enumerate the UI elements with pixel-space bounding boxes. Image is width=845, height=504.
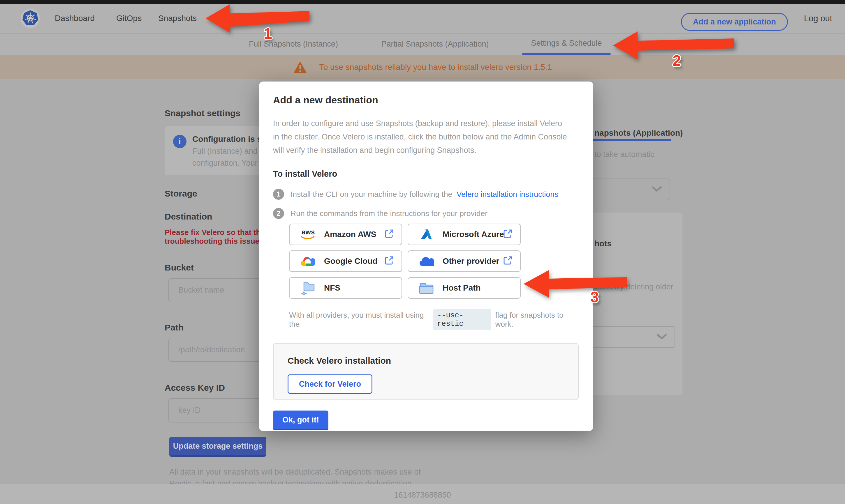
step-2-text: Run the commands from the instructions f… [291,208,488,219]
top-navbar: Dashboard GitOps Snapshots Add a new app… [0,4,845,34]
provider-google-cloud[interactable]: Google Cloud [289,250,402,272]
kubernetes-logo [20,8,40,28]
page-title: Snapshot settings [165,108,241,118]
folder-icon [417,282,436,294]
window-top-strip [0,0,845,4]
install-velero-heading: To install Velero [273,169,579,179]
info-icon: i [173,135,187,148]
step-2-badge: 2 [273,208,284,219]
snapshots-tabbar: Full Snapshots (Instance) Partial Snapsh… [0,34,845,55]
chevron-down-icon [651,185,663,194]
path-label: Path [165,323,183,332]
app-window: Dashboard GitOps Snapshots Add a new app… [0,0,845,504]
provider-label: NFS [324,283,340,293]
check-velero-title: Check Velero installation [287,356,564,366]
restic-note: With all providers, you must install usi… [289,309,579,330]
add-application-button[interactable]: Add a new application [681,13,788,31]
provider-grid: aws Amazon AWS [289,223,579,299]
provider-label: Amazon AWS [324,230,376,239]
provider-amazon-aws[interactable]: aws Amazon AWS [289,223,402,245]
select-divider [651,330,651,344]
modal-title: Add a new destination [273,94,579,106]
select-divider [646,183,646,196]
tab-partial-snapshots[interactable]: Partial Snapshots (Application) [372,34,497,55]
provider-nfs[interactable]: NFS [289,277,402,299]
provider-label: Host Path [443,283,481,293]
nav-item-gitops[interactable]: GitOps [116,4,142,33]
storage-heading: Storage [165,189,197,199]
retention-heading: hots [594,239,612,248]
timestamp-text: 1614873688850 [0,491,845,500]
tab-full-snapshots[interactable]: Full Snapshots (Instance) [240,34,347,55]
provider-microsoft-azure[interactable]: Microsoft Azure [408,223,521,245]
provider-label: Microsoft Azure [443,230,504,239]
right-tab-partial-label[interactable]: napshots (Application) [594,128,683,138]
check-velero-box: Check Velero installation Check for Vele… [273,343,579,400]
cloud-icon [417,255,436,267]
svg-text:aws: aws [302,228,315,236]
right-auto-text: to take automatic [594,150,654,159]
external-link-icon [384,256,394,267]
retention-text: matically deleting older [593,283,673,291]
google-cloud-icon [298,255,317,268]
aws-icon: aws [298,228,317,241]
ok-got-it-button[interactable]: Ok, got it! [273,411,328,429]
info-callout-title: Configuration is sh [192,134,267,144]
step-1-badge: 1 [273,189,284,200]
provider-label: Other provider [443,256,499,266]
banner-text: To use snapshots reliably you have to in… [319,62,552,72]
check-for-velero-button[interactable]: Check for Velero [287,374,372,394]
use-restic-code-chip: --use-restic [433,309,491,330]
update-storage-settings-button[interactable]: Update storage settings [169,437,266,455]
external-link-icon [503,229,512,240]
step-1-text: Install the CLI on your machine by follo… [291,189,558,200]
external-link-icon [503,256,512,267]
velero-warning-banner: To use snapshots reliably you have to in… [0,55,845,79]
logout-button[interactable]: Log out [804,4,832,33]
bucket-label: Bucket [165,263,194,272]
azure-icon [417,228,436,240]
nfs-icon [298,281,317,295]
add-destination-modal: Add a new destination In order to config… [259,82,593,431]
tab-settings-schedule[interactable]: Settings & Schedule [522,34,611,55]
velero-error-line1: Please fix Velero so that th [165,228,261,237]
nav-item-snapshots[interactable]: Snapshots [158,4,197,33]
right-tab-active-underline [592,139,671,141]
warning-icon [293,61,307,74]
modal-description: In order to configure and use Snapshots … [273,117,570,157]
provider-other[interactable]: Other provider [408,250,521,272]
provider-host-path[interactable]: Host Path [408,277,521,299]
velero-error-line2: troubleshooting this issue [165,237,259,246]
destination-heading: Destination [165,212,212,221]
dedup-footnote-line1: All data in your snapshots will be dedup… [169,468,421,476]
external-link-icon [384,229,394,240]
access-key-label: Access Key ID [165,383,225,393]
nav-item-dashboard[interactable]: Dashboard [55,4,95,33]
provider-label: Google Cloud [324,256,377,266]
chevron-down-icon [656,333,668,341]
velero-instructions-link[interactable]: Velero installation instructions [457,190,558,199]
